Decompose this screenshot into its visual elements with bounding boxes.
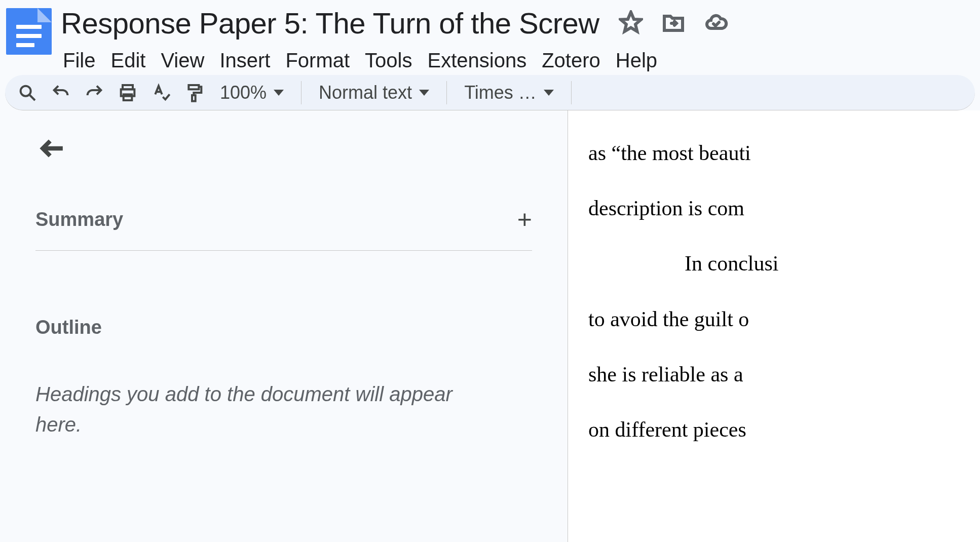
- paragraph-style-value: Normal text: [319, 82, 412, 103]
- doc-line[interactable]: In conclusi: [588, 236, 980, 291]
- menu-edit[interactable]: Edit: [110, 49, 145, 72]
- menu-zotero[interactable]: Zotero: [542, 49, 600, 72]
- star-icon[interactable]: [619, 10, 643, 36]
- caret-down-icon: [544, 90, 554, 96]
- doc-line[interactable]: to avoid the guilt o: [588, 292, 980, 347]
- toolbar-separator: [301, 81, 301, 104]
- font-value: Times …: [464, 82, 537, 103]
- outline-heading: Outline: [35, 317, 532, 338]
- redo-button[interactable]: [79, 79, 109, 107]
- search-button[interactable]: [12, 79, 43, 107]
- toolbar: 100% Normal text Times …: [5, 75, 975, 110]
- toolbar-separator: [571, 81, 572, 104]
- add-summary-button[interactable]: +: [517, 207, 532, 232]
- menu-tools[interactable]: Tools: [365, 49, 412, 72]
- caret-down-icon: [419, 90, 429, 96]
- move-folder-icon[interactable]: [661, 10, 686, 36]
- print-button[interactable]: [112, 79, 143, 107]
- svg-rect-5: [124, 94, 132, 100]
- menu-extensions[interactable]: Extensions: [428, 49, 527, 72]
- svg-marker-0: [621, 12, 641, 31]
- document-canvas[interactable]: as “the most beauti description is com I…: [568, 110, 980, 542]
- toolbar-separator: [446, 81, 447, 104]
- svg-rect-7: [192, 95, 196, 101]
- menu-file[interactable]: File: [63, 49, 95, 72]
- menu-help[interactable]: Help: [616, 49, 657, 72]
- doc-line[interactable]: on different pieces: [588, 402, 980, 457]
- spellcheck-button[interactable]: [146, 79, 176, 107]
- svg-point-1: [21, 86, 31, 96]
- svg-line-2: [30, 95, 35, 100]
- close-outline-button[interactable]: [35, 136, 71, 161]
- doc-line[interactable]: description is com: [588, 181, 980, 236]
- zoom-dropdown[interactable]: 100%: [213, 82, 291, 103]
- zoom-value: 100%: [220, 82, 267, 103]
- paint-format-button[interactable]: [179, 79, 210, 107]
- caret-down-icon: [274, 90, 284, 96]
- doc-line[interactable]: as “the most beauti: [588, 126, 980, 181]
- menu-view[interactable]: View: [161, 49, 204, 72]
- menubar: File Edit View Insert Format Tools Exten…: [61, 49, 974, 72]
- font-dropdown[interactable]: Times …: [457, 82, 561, 103]
- titlebar: Response Paper 5: The Turn of the Screw …: [0, 0, 980, 72]
- outline-empty-message: Headings you add to the document will ap…: [35, 379, 492, 440]
- document-title[interactable]: Response Paper 5: The Turn of the Screw: [61, 6, 599, 40]
- menu-format[interactable]: Format: [285, 49, 350, 72]
- svg-rect-6: [189, 85, 199, 89]
- undo-button[interactable]: [46, 79, 76, 107]
- summary-heading: Summary: [35, 209, 123, 230]
- doc-line[interactable]: she is reliable as a: [588, 347, 980, 402]
- menu-insert[interactable]: Insert: [219, 49, 270, 72]
- document-body[interactable]: as “the most beauti description is com I…: [568, 126, 980, 457]
- outline-sidebar: Summary + Outline Headings you add to th…: [0, 110, 568, 542]
- paragraph-style-dropdown[interactable]: Normal text: [312, 82, 436, 103]
- docs-app-icon[interactable]: [6, 8, 52, 55]
- cloud-saved-icon[interactable]: [704, 10, 728, 36]
